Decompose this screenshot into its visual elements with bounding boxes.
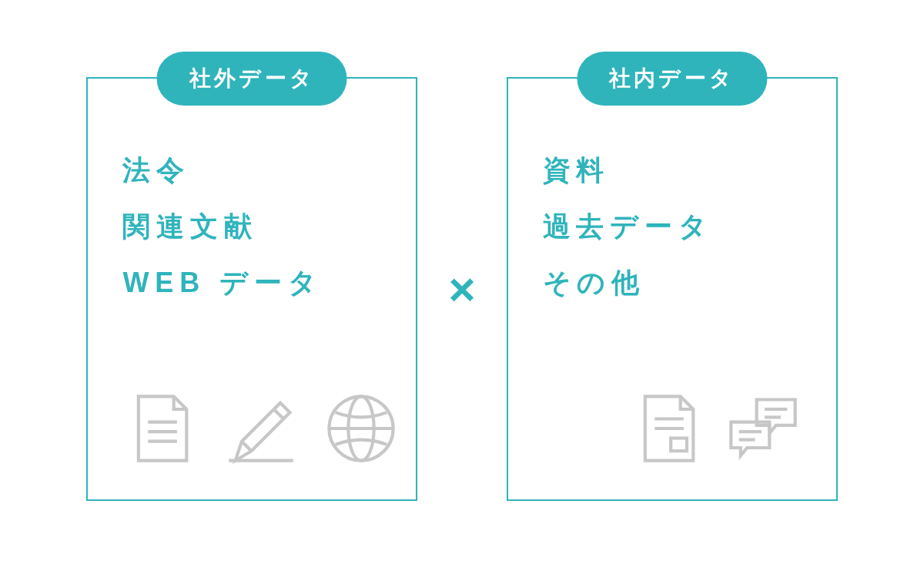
internal-data-items: 資料 過去データ その他 [543, 152, 802, 302]
internal-data-badge: 社内データ [577, 52, 767, 106]
pencil-icon [223, 390, 300, 470]
internal-item-past-data: 過去データ [543, 208, 802, 246]
external-item-literature: 関連文献 [122, 208, 381, 246]
external-data-items: 法令 関連文献 WEB データ [122, 152, 381, 302]
internal-item-other: その他 [543, 264, 802, 302]
svg-line-4 [274, 409, 284, 419]
external-item-web: WEB データ [122, 264, 381, 302]
report-icon [629, 390, 706, 470]
internal-item-materials: 資料 [543, 152, 802, 190]
chat-icon [725, 390, 802, 470]
internal-data-panel: 社内データ 資料 過去データ その他 [507, 77, 838, 501]
external-icon-row [122, 390, 381, 470]
svg-line-3 [242, 442, 252, 452]
external-data-panel: 社外データ 法令 関連文献 WEB データ [86, 77, 417, 501]
external-item-law: 法令 [122, 152, 381, 190]
internal-icon-row [543, 390, 802, 470]
svg-rect-11 [671, 439, 687, 452]
multiply-operator: × [448, 263, 475, 316]
globe-icon [323, 390, 400, 470]
document-icon [122, 390, 199, 470]
external-data-badge: 社外データ [157, 52, 347, 106]
